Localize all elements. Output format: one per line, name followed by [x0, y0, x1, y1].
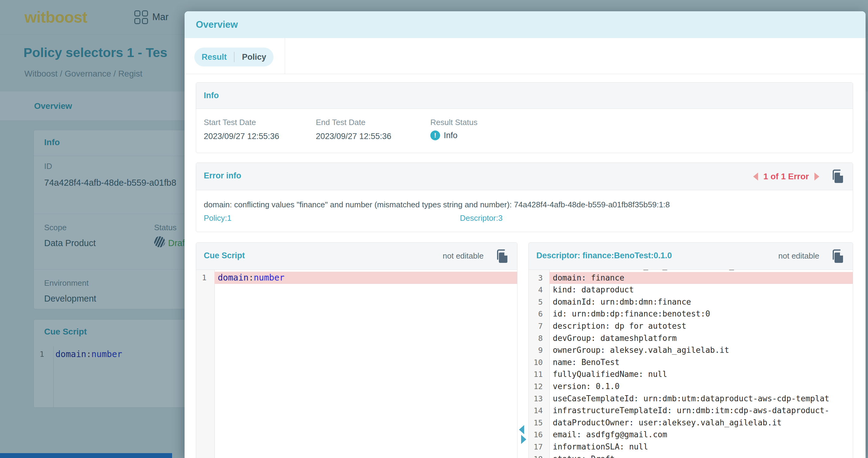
line-number: 7 [529, 320, 550, 332]
code-text: _ _ _ [550, 270, 853, 272]
line-number: 15 [529, 417, 550, 429]
line-number: 13 [529, 393, 550, 405]
code-line: 1domain:number [196, 272, 517, 284]
descriptor-not-editable-badge: not editable [778, 251, 819, 261]
descriptor-editor[interactable]: _ _ _3domain: finance4kind: dataproduct5… [529, 270, 853, 458]
code-line: 15dataProductOwner: user:aleksey.valah_a… [529, 417, 853, 429]
descriptor-link[interactable]: Descriptor:3 [460, 213, 502, 223]
modal-info-card: Info Start Test Date 2023/09/27 12:55:36… [196, 82, 853, 153]
code-line: 17informationSLA: null [529, 441, 853, 453]
code-text: description: dp for autotest [550, 320, 853, 332]
error-info-title: Error info [204, 171, 241, 180]
copy-cue-script-icon[interactable] [495, 249, 509, 263]
code-line: 12version: 0.1.0 [529, 380, 853, 393]
line-number: 4 [529, 284, 550, 296]
code-text: fullyQualifiedName: null [550, 368, 853, 380]
copy-descriptor-icon[interactable] [830, 249, 845, 263]
code-text: status: Draft [550, 453, 853, 458]
line-number: 3 [529, 272, 550, 284]
error-info-card: Error info 1 of 1 Error domain: conflict… [196, 163, 853, 232]
line-number: 12 [529, 380, 550, 393]
start-test-date-label: Start Test Date [204, 118, 256, 127]
line-number: 10 [529, 356, 550, 369]
result-status-label: Result Status [430, 118, 477, 127]
tabs-row-divider [285, 38, 285, 74]
code-text: useCaseTemplateId: urn:dmb:utm:dataprodu… [550, 393, 853, 405]
code-text: infrastructureTemplateId: urn:dmb:itm:cd… [550, 405, 853, 417]
code-line: 4kind: dataproduct [529, 284, 853, 296]
code-line: 6id: urn:dmb:dp:finance:benotest:0 [529, 308, 853, 320]
code-line: 9ownerGroup: aleksey.valah_agilelab.it [529, 344, 853, 356]
code-text: devGroup: datameshplatform [550, 332, 853, 345]
result-status-field: Result Status ! Info [430, 109, 540, 153]
error-message: domain: conflicting values "finance" and… [204, 200, 670, 209]
line-number: 14 [529, 405, 550, 417]
start-test-date-value: 2023/09/27 12:55:36 [204, 132, 279, 141]
code-text: id: urn:dmb:dp:finance:benotest:0 [550, 308, 853, 320]
modal-info-title: Info [204, 91, 219, 100]
code-line: 10name: BenoTest [529, 356, 853, 369]
tab-result[interactable]: Result [202, 53, 227, 62]
result-status-value: Info [444, 131, 458, 140]
code-line: 18status: Draft [529, 453, 853, 458]
line-number: 8 [529, 332, 550, 345]
modal-header: Overview [185, 11, 866, 38]
code-text: informationSLA: null [550, 441, 853, 453]
line-number: 1 [196, 272, 214, 284]
line-number: 9 [529, 344, 550, 356]
line-number: 6 [529, 308, 550, 320]
code-text: version: 0.1.0 [550, 380, 853, 393]
code-line: 5domainId: urn:dmb:dmn:finance [529, 296, 853, 308]
code-line: 14infrastructureTemplateId: urn:dmb:itm:… [529, 405, 853, 417]
modal-body: Info Start Test Date 2023/09/27 12:55:36… [185, 74, 866, 458]
end-test-date-field: End Test Date 2023/09/27 12:55:36 [316, 109, 426, 153]
modal-tabs-row: Result Policy [185, 38, 866, 74]
result-policy-toggle: Result Policy [194, 48, 274, 66]
code-line: 3domain: finance [529, 272, 853, 284]
code-text: email: asdfgfg@gmail.com [550, 429, 853, 441]
line-number [529, 270, 550, 272]
tab-policy[interactable]: Policy [242, 53, 266, 62]
code-line: 13useCaseTemplateId: urn:dmb:utm:datapro… [529, 393, 853, 405]
start-test-date-field: Start Test Date 2023/09/27 12:55:36 [204, 109, 313, 153]
line-number: 18 [529, 453, 550, 458]
code-line: 8devGroup: datameshplatform [529, 332, 853, 345]
code-line: 16email: asdfgfg@gmail.com [529, 429, 853, 441]
code-text: kind: dataproduct [550, 284, 853, 296]
modal-title: Overview [196, 19, 238, 30]
info-status-icon: ! [430, 131, 440, 140]
line-number: 16 [529, 429, 550, 441]
code-text: domain: finance [550, 272, 853, 284]
cue-script-title: Cue Script [204, 251, 245, 260]
end-test-date-value: 2023/09/27 12:55:36 [316, 132, 391, 141]
code-text: domain:number [214, 272, 517, 284]
code-text: domainId: urn:dmb:dmn:finance [550, 296, 853, 308]
copy-error-icon[interactable] [830, 169, 845, 183]
descriptor-panel: Descriptor: finance:BenoTest:0.1.0 not e… [528, 242, 853, 458]
collapse-left-icon[interactable] [519, 425, 524, 434]
line-number: 11 [529, 368, 550, 380]
code-text: dataProductOwner: user:aleksey.valah_agi… [550, 417, 853, 429]
end-test-date-label: End Test Date [316, 118, 366, 127]
cue-script-panel: Cue Script not editable 1domain:number [196, 242, 518, 458]
panel-resize-handle[interactable] [518, 425, 529, 447]
cue-not-editable-badge: not editable [443, 251, 484, 261]
tab-separator [234, 52, 235, 62]
code-line: _ _ _ [529, 270, 853, 272]
test-result-modal: Overview Result Policy Info Start Test D… [185, 11, 866, 458]
cue-script-editor[interactable]: 1domain:number [196, 270, 517, 458]
policy-link[interactable]: Policy:1 [204, 213, 231, 223]
collapse-right-icon[interactable] [521, 435, 526, 444]
error-pagination: 1 of 1 Error [764, 172, 809, 181]
code-text: name: BenoTest [550, 356, 853, 369]
previous-error-icon[interactable] [753, 173, 758, 180]
descriptor-title: Descriptor: finance:BenoTest:0.1.0 [536, 251, 672, 260]
line-number: 17 [529, 441, 550, 453]
line-number: 5 [529, 296, 550, 308]
code-line: 11fullyQualifiedName: null [529, 368, 853, 380]
code-text: ownerGroup: aleksey.valah_agilelab.it [550, 344, 853, 356]
code-line: 7description: dp for autotest [529, 320, 853, 332]
next-error-icon[interactable] [814, 173, 819, 180]
